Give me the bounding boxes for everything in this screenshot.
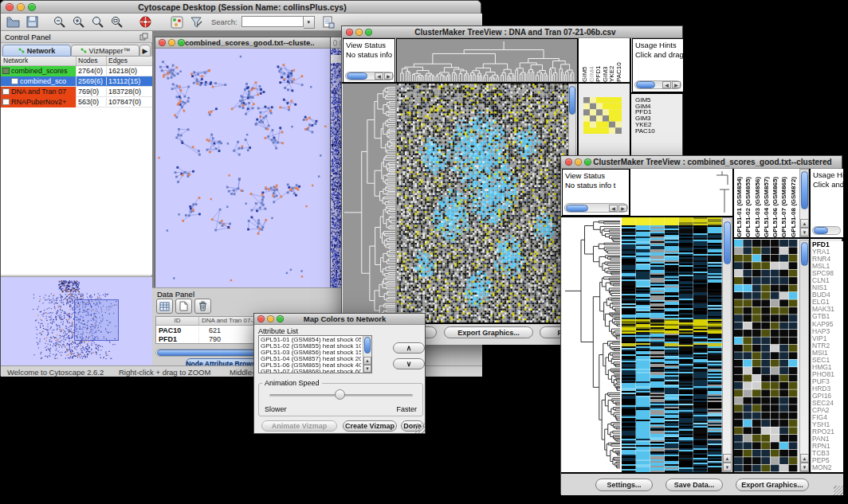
tv2-minimize-button[interactable] (575, 158, 582, 166)
tv2-detail-heatmap[interactable] (734, 240, 798, 472)
tv1-close-button[interactable] (346, 29, 353, 36)
scroll-down-icon[interactable]: ▼ (800, 228, 809, 236)
speed-slider-thumb[interactable] (335, 389, 345, 400)
scroll-right-icon[interactable]: ▶ (672, 81, 681, 88)
tv2-resize-grip[interactable] (834, 486, 843, 495)
column-label[interactable]: GIM3 (602, 42, 609, 82)
scroll-down-icon[interactable]: ▼ (800, 463, 809, 471)
tv1-column-dendrogram[interactable] (396, 38, 578, 84)
search-dropdown-button[interactable]: ▼ (304, 16, 315, 29)
tv2-settings-button[interactable]: Settings... (595, 479, 653, 491)
tv1-row-dendrogram[interactable] (343, 84, 397, 322)
network-row[interactable]: RNAPuberNov2+ 563(0) 107847(0) (1, 97, 152, 107)
tv1-zoom-button[interactable] (365, 29, 372, 36)
dialog-close-button[interactable] (257, 315, 265, 322)
zoom-out-button[interactable] (50, 14, 68, 30)
column-label[interactable]: GIM4 (588, 42, 595, 82)
tv2-column-dendrogram[interactable] (630, 169, 733, 216)
col-nodes[interactable]: Nodes (77, 57, 107, 65)
birdseye-canvas[interactable] (1, 277, 151, 365)
zoom-in-button[interactable] (69, 14, 87, 30)
dialog-minimize-button[interactable] (267, 315, 274, 322)
attribute-item[interactable]: GPL51-02 (GSM855) heat shock 10 min (261, 343, 361, 350)
attribute-item[interactable]: GPL51-06 (GSM865) heat shock 40 min (261, 362, 361, 369)
column-label[interactable]: YKE2 (608, 42, 615, 82)
new-attribute-button[interactable] (175, 299, 192, 314)
scroll-down-icon[interactable]: ▼ (723, 463, 732, 471)
column-label[interactable]: PAC10 (615, 42, 622, 82)
scroll-up-icon[interactable]: ▲ (800, 454, 809, 463)
node-attribute-browser-tab[interactable]: Node Attribute Browser (186, 358, 262, 365)
network-graph-canvas[interactable] (155, 49, 330, 288)
gene-label[interactable]: MON2 (812, 464, 843, 471)
attribute-list-scrollbar[interactable]: ▲ ▼ (363, 336, 371, 373)
tv2-status-scrollbar[interactable]: ◀ ▶ (564, 203, 628, 213)
zoom-selected-button[interactable] (88, 14, 106, 30)
close-button[interactable] (6, 3, 14, 11)
help-button[interactable] (136, 14, 154, 30)
animate-vizmap-button[interactable]: Animate Vizmap (261, 420, 337, 432)
scroll-right-icon[interactable]: ▶ (384, 72, 393, 80)
tv1-status-scrollbar[interactable]: ◀ ▶ (345, 72, 394, 80)
network-row[interactable]: combined_scores 2764(0) 16218(0) (1, 66, 152, 76)
control-panel-tab[interactable]: Network (2, 45, 71, 57)
tv1-export-graphics-button[interactable]: Export Graphics... (444, 326, 533, 338)
col-edges[interactable]: Edges (107, 57, 152, 65)
dialog-resize-grip[interactable] (415, 424, 425, 433)
select-attributes-button[interactable] (156, 299, 173, 314)
column-label[interactable]: PFD1 (595, 42, 602, 82)
zoom-button[interactable] (28, 3, 36, 11)
attribute-item[interactable]: GPL51-04 (GSM857) heat shock 20 min (261, 356, 361, 362)
control-panel-tab[interactable]: VizMapper™ (71, 45, 139, 57)
minimize-button[interactable] (17, 3, 25, 11)
zoom-fit-button[interactable] (108, 14, 125, 30)
create-vizmap-button[interactable]: Create Vizmap (343, 420, 397, 432)
column-label[interactable]: GPL51-08 (GSM872) (790, 170, 799, 237)
scroll-left-icon[interactable]: ◀ (375, 72, 383, 80)
tv1-minimize-button[interactable] (355, 29, 363, 36)
open-session-button[interactable] (4, 14, 22, 30)
col-network[interactable]: Network (1, 57, 77, 65)
search-config-button[interactable] (320, 14, 337, 30)
treeview2-titlebar[interactable]: ClusterMaker TreeView : combined_scores_… (561, 156, 842, 169)
delete-attribute-button[interactable] (194, 299, 211, 314)
id-column-header[interactable]: ID (156, 317, 199, 325)
column-label[interactable]: GPL51-03 (GSM856) (754, 170, 763, 237)
net-zoom-button[interactable] (178, 39, 185, 46)
move-down-button[interactable]: ∨ (393, 358, 425, 369)
inactive-close-button[interactable] (333, 40, 337, 46)
net-close-button[interactable] (159, 39, 166, 46)
tv2-gene-scrollbar[interactable]: ▲ ▼ (799, 240, 809, 472)
tv2-export-graphics-button[interactable]: Export Graphics... (736, 479, 809, 491)
dialog-zoom-button[interactable] (277, 315, 284, 322)
network-window-titlebar[interactable]: combined_scores_good.txt--cluste... (155, 37, 330, 49)
attribute-item[interactable]: GPL51-03 (GSM856) heat shock 15 min (261, 350, 361, 356)
attribute-item[interactable]: GPL51-07 (GSM868) heat shock 60 min (261, 369, 361, 373)
scroll-left-icon[interactable]: ◀ (609, 205, 618, 212)
filter-button[interactable] (187, 14, 205, 30)
net-minimize-button[interactable] (168, 39, 175, 46)
row-label[interactable]: PAC10 (635, 128, 683, 135)
tv1-similarity-matrix[interactable] (583, 97, 622, 134)
scroll-up-icon[interactable]: ▲ (723, 454, 732, 463)
network-row[interactable]: DNA and Tran 07 769(0) 183728(0) (1, 87, 152, 97)
treeview1-titlebar[interactable]: ClusterMaker TreeView : DNA and Tran 07-… (342, 26, 682, 38)
tv2-heatmap[interactable] (622, 217, 722, 472)
tv2-usage-scrollbar[interactable] (812, 226, 841, 235)
tv2-row-dendrogram[interactable] (562, 217, 622, 472)
save-session-button[interactable] (23, 14, 41, 30)
column-label[interactable]: GPL51-01 (GSM854) (736, 170, 744, 237)
main-titlebar[interactable]: Cytoscape Desktop (Session Name: collins… (1, 1, 481, 14)
tv2-heatmap-vscrollbar[interactable]: ▲ ▼ (722, 217, 732, 472)
tv2-collabel-scrollbar[interactable]: ▲ ▼ (799, 169, 809, 237)
birdseye-view[interactable] (1, 276, 152, 365)
attribute-item[interactable]: GPL51-01 (GSM854) heat shock 05 min (261, 337, 361, 343)
column-label[interactable]: GPL51-04 (GSM857) (763, 170, 771, 237)
tv2-close-button[interactable] (565, 158, 572, 166)
more-tabs-button[interactable]: ▶ (139, 45, 151, 57)
column-label[interactable]: GPL51-06 (GSM865) (771, 170, 780, 237)
tv1-usage-scrollbar[interactable]: ◀ ▶ (634, 80, 681, 89)
tv2-save-data-button[interactable]: Save Data... (665, 479, 723, 491)
float-panel-icon[interactable] (139, 33, 148, 41)
network-row[interactable]: combined_sco 2569(6) 13112(15) (1, 76, 152, 87)
